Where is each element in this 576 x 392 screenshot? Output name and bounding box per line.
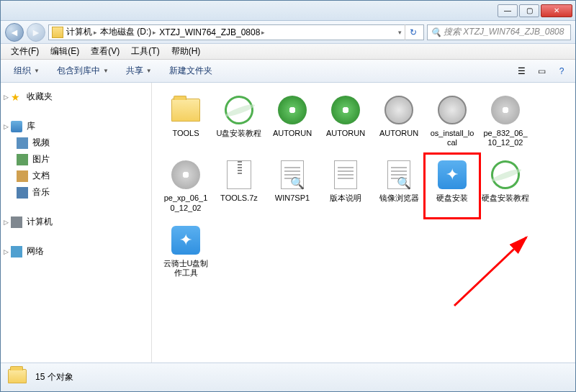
titlebar: — ▢ ✕ <box>1 1 575 21</box>
file-icon <box>490 94 521 126</box>
help-button[interactable]: ? <box>554 63 570 79</box>
view-options-button[interactable]: ☰ <box>513 63 529 79</box>
menu-help[interactable]: 帮助(H) <box>166 44 207 59</box>
file-item[interactable]: AUTORUN <box>374 91 424 150</box>
file-label: AUTORUN <box>379 129 418 138</box>
annotation-arrow <box>447 227 541 313</box>
file-icon <box>276 159 308 191</box>
explorer-window: — ▢ ✕ ◄ ► 计算机▸ 本地磁盘 (D:)▸ XTZJ_WIN764_ZJ… <box>0 0 576 392</box>
folder-icon <box>52 27 63 38</box>
file-list[interactable]: TOOLSU盘安装教程AUTORUNAUTORUNAUTORUNos_insta… <box>152 83 575 363</box>
window-controls: — ▢ ✕ <box>498 4 572 17</box>
address-bar[interactable]: 计算机▸ 本地磁盘 (D:)▸ XTZJ_WIN764_ZJB_0808▸ ▾ … <box>48 24 424 40</box>
file-item[interactable]: AUTORUN <box>320 91 371 150</box>
file-item[interactable]: WIN7SP1 <box>267 156 318 215</box>
menu-file[interactable]: 文件(F) <box>5 44 45 59</box>
file-icon <box>383 94 415 126</box>
sidebar: ▷★收藏夹 ▷库 视频 图片 文档 音乐 ▷计算机 ▷网络 <box>1 83 152 363</box>
navbar: ◄ ► 计算机▸ 本地磁盘 (D:)▸ XTZJ_WIN764_ZJB_0808… <box>1 21 575 44</box>
search-input[interactable]: 🔍 搜索 XTZJ_WIN764_ZJB_0808 <box>427 24 571 40</box>
network-icon <box>11 246 22 257</box>
file-item[interactable]: U盘安装教程 <box>214 91 264 150</box>
sidebar-libraries[interactable]: ▷库 <box>4 118 148 135</box>
file-icon <box>223 159 255 191</box>
file-icon <box>330 159 361 191</box>
documents-icon <box>17 170 28 182</box>
refresh-button[interactable]: ↻ <box>405 24 420 40</box>
music-icon <box>17 187 28 199</box>
breadcrumb-segment[interactable]: 计算机▸ <box>66 26 97 38</box>
file-icon <box>436 94 468 126</box>
video-icon <box>17 137 28 149</box>
star-icon: ★ <box>11 91 22 103</box>
file-label: 硬盘安装 <box>436 193 468 203</box>
file-label: WIN7SP1 <box>275 193 310 203</box>
file-label: pe_832_06_10_12_02 <box>482 129 529 147</box>
file-item[interactable]: AUTORUN <box>267 91 318 150</box>
file-icon: ✦ <box>170 224 202 256</box>
history-dropdown[interactable]: ▾ <box>398 29 402 36</box>
close-button[interactable]: ✕ <box>541 4 572 17</box>
search-icon: 🔍 <box>431 27 441 37</box>
folder-icon <box>8 369 28 386</box>
file-icon: ✦ <box>436 159 468 191</box>
computer-icon <box>11 216 22 228</box>
sidebar-favorites[interactable]: ▷★收藏夹 <box>4 88 148 105</box>
file-label: AUTORUN <box>326 129 365 138</box>
sidebar-videos[interactable]: 视频 <box>4 135 148 151</box>
file-item[interactable]: TOOLS.7z <box>214 156 264 215</box>
back-button[interactable]: ◄ <box>5 23 24 42</box>
breadcrumb-segment[interactable]: XTZJ_WIN764_ZJB_0808▸ <box>159 27 265 37</box>
file-icon <box>170 159 202 191</box>
file-item[interactable]: 版本说明 <box>320 156 371 215</box>
search-placeholder: 搜索 XTZJ_WIN764_ZJB_0808 <box>444 26 564 38</box>
file-item[interactable]: 镜像浏览器 <box>374 156 424 215</box>
sidebar-computer[interactable]: ▷计算机 <box>4 214 148 230</box>
file-item[interactable]: 硬盘安装教程 <box>480 156 531 215</box>
svg-line-0 <box>454 237 526 306</box>
sidebar-music[interactable]: 音乐 <box>4 184 148 201</box>
file-item[interactable]: os_install_local <box>427 91 477 150</box>
toolbar: 组织▼ 包含到库中▼ 共享▼ 新建文件夹 ☰ ▭ ? <box>1 60 575 83</box>
file-icon <box>330 94 361 126</box>
include-library-button[interactable]: 包含到库中▼ <box>50 62 116 80</box>
sidebar-documents[interactable]: 文档 <box>4 168 148 184</box>
maximize-button[interactable]: ▢ <box>519 4 539 17</box>
file-label: TOOLS.7z <box>220 193 258 203</box>
item-count: 15 个对象 <box>35 371 73 383</box>
library-icon <box>11 121 22 132</box>
menu-edit[interactable]: 编辑(E) <box>45 44 85 59</box>
file-icon <box>276 94 308 126</box>
file-icon <box>490 159 521 191</box>
file-item[interactable]: ✦云骑士U盘制作工具 <box>161 222 211 281</box>
statusbar: 15 个对象 <box>1 363 575 391</box>
file-label: pe_xp_06_10_12_02 <box>162 193 210 212</box>
forward-button[interactable]: ► <box>27 23 45 42</box>
organize-button[interactable]: 组织▼ <box>6 62 47 80</box>
sidebar-network[interactable]: ▷网络 <box>4 243 148 260</box>
file-label: AUTORUN <box>273 129 312 138</box>
preview-pane-button[interactable]: ▭ <box>534 63 549 79</box>
minimize-button[interactable]: — <box>498 4 518 17</box>
file-icon <box>223 94 255 126</box>
sidebar-pictures[interactable]: 图片 <box>4 151 148 168</box>
file-label: 版本说明 <box>330 193 361 203</box>
menu-view[interactable]: 查看(V) <box>85 44 125 59</box>
file-label: 云骑士U盘制作工具 <box>162 259 210 278</box>
share-button[interactable]: 共享▼ <box>119 62 159 80</box>
file-item[interactable]: pe_832_06_10_12_02 <box>480 91 531 150</box>
file-label: TOOLS <box>172 129 199 138</box>
file-icon <box>170 94 202 126</box>
menubar: 文件(F) 编辑(E) 查看(V) 工具(T) 帮助(H) <box>1 44 575 60</box>
file-icon <box>383 159 415 191</box>
pictures-icon <box>17 154 28 165</box>
file-label: os_install_local <box>428 129 476 147</box>
file-item[interactable]: ✦硬盘安装 <box>427 156 477 215</box>
new-folder-button[interactable]: 新建文件夹 <box>162 62 220 80</box>
file-item[interactable]: pe_xp_06_10_12_02 <box>161 156 211 215</box>
body: ▷★收藏夹 ▷库 视频 图片 文档 音乐 ▷计算机 ▷网络 TOOLSU盘安装教… <box>1 83 575 363</box>
menu-tools[interactable]: 工具(T) <box>125 44 165 59</box>
file-label: 镜像浏览器 <box>379 193 419 203</box>
breadcrumb-segment[interactable]: 本地磁盘 (D:)▸ <box>100 26 156 38</box>
file-item[interactable]: TOOLS <box>161 91 211 150</box>
